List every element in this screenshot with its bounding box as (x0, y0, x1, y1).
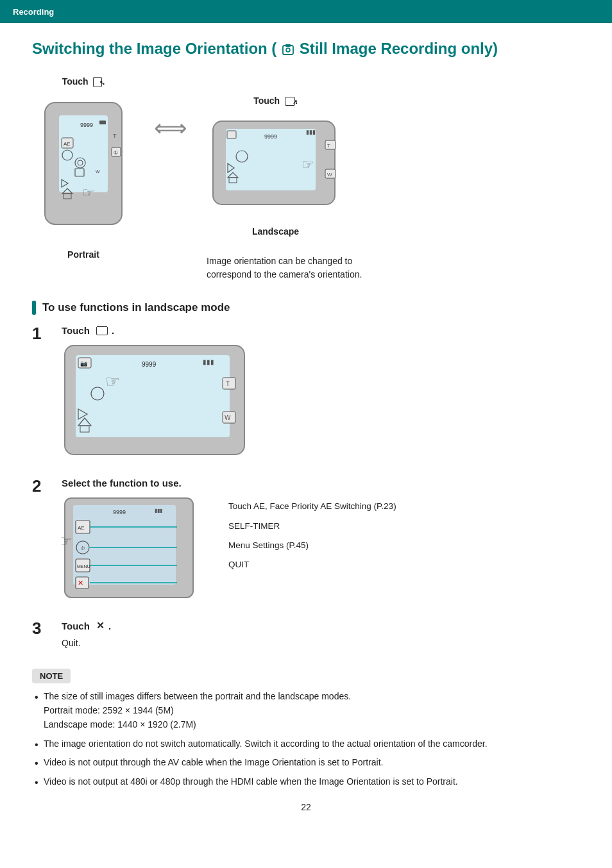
portrait-camera-diagram: 9999 AE w T (32, 96, 135, 239)
func-label-list: Touch AE, Face Priority AE Switching (P.… (228, 495, 396, 570)
step1-number: 1 (32, 325, 53, 342)
note-list: The size of still images differs between… (32, 690, 580, 789)
touch-landscape-label: Touch ↗ . (253, 96, 298, 106)
func-label-2: Menu Settings (P.45) (228, 540, 396, 551)
svg-text:w: w (95, 168, 100, 174)
landscape-label: Landscape (252, 226, 299, 237)
svg-text:9999: 9999 (264, 133, 277, 140)
landscape-right: Touch ↗ . 9999 (207, 76, 399, 281)
func-label-3: QUIT (228, 560, 396, 570)
landscape-column: Touch ↗ . 9999 (207, 96, 344, 240)
svg-text:☞: ☞ (82, 185, 95, 201)
step3-label: Touch ✕. (62, 620, 580, 631)
note-item-1: The image orientation do not switch auto… (32, 737, 580, 751)
note-item-2: Video is not output through the AV cable… (32, 756, 580, 770)
step3-content: Touch ✕. Quit. (62, 620, 580, 648)
step2-number: 2 (32, 478, 53, 494)
step3-number: 3 (32, 620, 53, 637)
function-diagram: 9999 ▮▮▮ AE ⏱ MENU (62, 495, 580, 606)
note-section: NOTE The size of still images differs be… (32, 662, 580, 789)
header-bar: Recording (0, 0, 612, 23)
main-content: Switching the Image Orientation ( Still … (0, 23, 612, 838)
portrait-camera-svg: 9999 AE w T (32, 96, 135, 237)
svg-text:T: T (226, 380, 230, 387)
svg-text:①: ① (114, 150, 118, 156)
step2-block: 2 Select the function to use. 9999 ▮▮▮ (32, 478, 580, 606)
step1-label: Touch . (62, 325, 580, 336)
svg-text:MENU: MENU (77, 564, 90, 569)
camera-icon (281, 43, 295, 57)
svg-rect-1 (285, 44, 291, 47)
step2-camera-svg: 9999 ▮▮▮ AE ⏱ MENU (62, 495, 209, 604)
func-label-1: SELF-TIMER (228, 521, 396, 531)
svg-text:☞: ☞ (62, 532, 72, 549)
svg-rect-25 (227, 131, 236, 138)
orientation-section: Touch ↖ . 9999 AE (32, 76, 580, 281)
step2-label: Select the function to use. (62, 478, 580, 488)
step1-block: 1 Touch . 9999 ▮▮▮ 📷 (32, 325, 580, 463)
svg-text:☞: ☞ (302, 156, 314, 172)
note-item-3: Video is not output at 480i or 480p thro… (32, 775, 580, 789)
svg-text:W: W (225, 414, 231, 421)
page-number: 22 (32, 802, 580, 812)
landscape-camera-diagram: 9999 ▮▮▮ (207, 115, 344, 216)
step2-content: Select the function to use. 9999 ▮▮▮ (62, 478, 580, 606)
note-item-0: The size of still images differs between… (32, 690, 580, 731)
func-label-0: Touch AE, Face Priority AE Switching (P.… (228, 501, 396, 512)
step1-camera-svg: 9999 ▮▮▮ 📷 T (62, 342, 254, 462)
svg-text:9999: 9999 (142, 361, 157, 368)
step1-content: Touch . 9999 ▮▮▮ 📷 (62, 325, 580, 463)
description-text: Image orientation can be changed to corr… (207, 248, 399, 281)
svg-text:☞: ☞ (105, 372, 120, 391)
step1-camera-diagram: 9999 ▮▮▮ 📷 T (62, 342, 580, 463)
step2-camera: 9999 ▮▮▮ AE ⏱ MENU (62, 495, 209, 606)
svg-text:W: W (327, 172, 332, 178)
svg-rect-6 (99, 121, 106, 124)
svg-text:AE: AE (78, 525, 85, 531)
header-label: Recording (13, 7, 54, 17)
svg-text:▮▮▮: ▮▮▮ (203, 358, 214, 365)
svg-rect-0 (283, 46, 293, 54)
section-heading-text: To use functions in landscape mode (42, 301, 230, 314)
landscape-camera-svg: 9999 ▮▮▮ (207, 115, 344, 214)
portrait-column: Touch ↖ . 9999 AE (32, 76, 135, 263)
step3-block: 3 Touch ✕. Quit. (32, 620, 580, 648)
step3-subtext: Quit. (62, 638, 580, 648)
svg-text:📷: 📷 (80, 360, 88, 367)
page-title: Switching the Image Orientation ( Still … (32, 38, 580, 58)
svg-text:▮▮▮: ▮▮▮ (155, 508, 162, 513)
svg-text:T: T (113, 133, 117, 139)
svg-text:T: T (327, 143, 330, 149)
svg-text:✕: ✕ (78, 579, 83, 587)
svg-text:9999: 9999 (113, 509, 126, 515)
blue-bar (32, 301, 36, 315)
landscape-section-heading: To use functions in landscape mode (32, 301, 580, 315)
svg-text:⏱: ⏱ (80, 546, 85, 551)
svg-text:AE: AE (64, 141, 71, 147)
touch-portrait-label: Touch ↖ . (62, 76, 105, 87)
svg-text:▮▮▮: ▮▮▮ (306, 129, 316, 135)
svg-point-2 (286, 48, 290, 52)
note-label: NOTE (32, 669, 71, 683)
exchange-arrows: ⟺ (154, 115, 187, 142)
svg-text:9999: 9999 (80, 122, 93, 128)
portrait-label: Portrait (67, 249, 99, 260)
